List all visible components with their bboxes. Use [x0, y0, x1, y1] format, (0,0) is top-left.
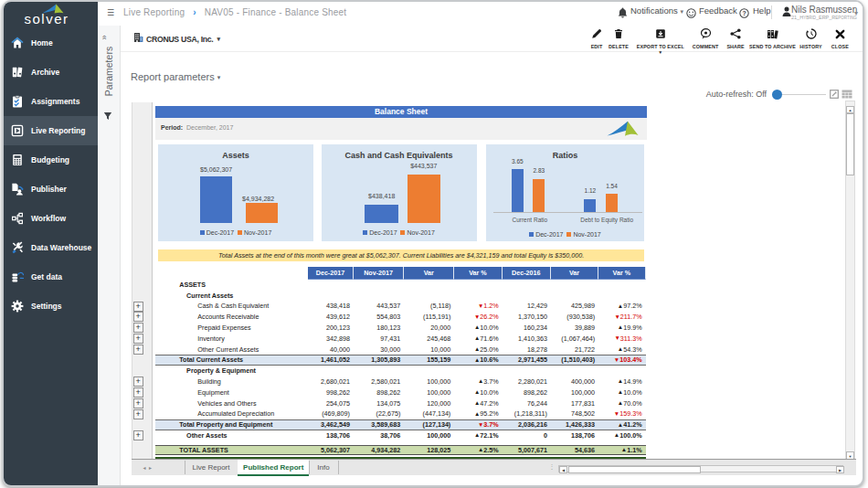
svg-text:?: ?: [742, 10, 746, 16]
